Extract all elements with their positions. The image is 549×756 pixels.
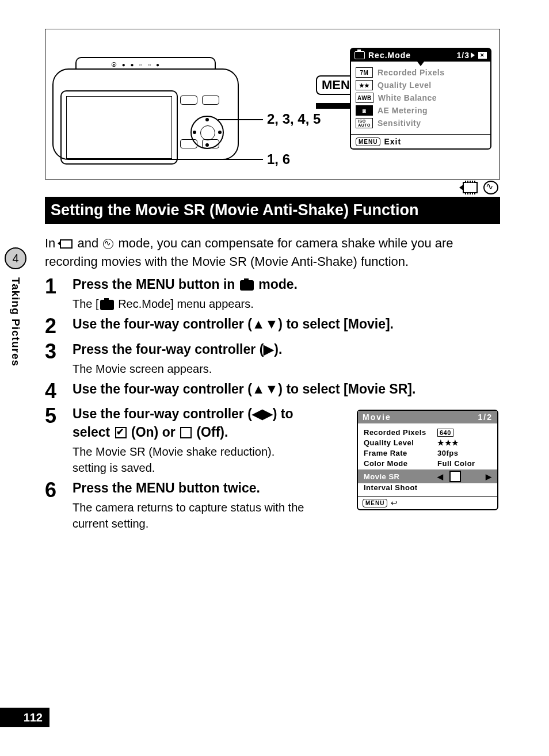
checkbox-on-icon (115, 427, 127, 438)
menu-button-label: MENU (356, 138, 380, 146)
menu-item: Quality Level (378, 81, 432, 90)
movie-settings-menu: Movie 1/2 Recorded Pixels640 Quality Lev… (357, 410, 498, 510)
exit-label: Exit (384, 137, 401, 146)
menu-button-label: MENU (363, 499, 387, 507)
step-4: 4 Use the four-way controller (▲▼) to se… (45, 380, 500, 402)
chapter-title: Taking Pictures (9, 277, 22, 366)
movie-menu-page: 1/2 (478, 413, 493, 422)
menu-item: AE Metering (378, 106, 428, 115)
return-icon: ↩ (391, 498, 398, 507)
anti-shake-mode-icon (103, 239, 113, 249)
chevron-right-icon (471, 52, 475, 58)
chevron-down-icon (417, 62, 424, 66)
page-number: 112 (0, 708, 49, 727)
tools-tab-icon: ✕ (478, 52, 487, 59)
camera-icon (354, 51, 365, 59)
movie-mode-icon (60, 239, 73, 249)
step-1: 1 Press the MENU button in mode. The [ R… (45, 276, 500, 312)
chevron-left-icon: ◀ (437, 472, 444, 481)
anti-shake-mode-icon (483, 181, 498, 194)
rec-mode-title: Rec.Mode (368, 51, 411, 60)
chevron-right-icon: ▶ (486, 472, 492, 481)
menu-item: Recorded Pixels (378, 68, 444, 77)
capture-mode-icon (240, 280, 254, 291)
intro-paragraph: In and mode, you can compensate for came… (45, 234, 500, 271)
rec-mode-page: 1/3 (457, 51, 470, 60)
callout-steps-dial: 2, 3, 4, 5 (267, 111, 321, 127)
section-heading: Setting the Movie SR (Movie Anti-Shake) … (45, 197, 500, 224)
callout-steps-menu-btn: 1, 6 (267, 151, 290, 167)
rec-mode-menu: Rec.Mode 1/3 ✕ 7MRecorded Pixels ★★Quali… (350, 48, 491, 150)
capture-mode-icon (100, 300, 114, 310)
checkbox-on-icon (449, 471, 461, 482)
menu-item: White Balance (378, 93, 437, 102)
top-illustration-box: ⦿ ● ● ○ ○ ● 2, 3, 4, 5 1, 6 MENU Rec.Mod… (45, 29, 500, 180)
checkbox-off-icon (180, 427, 192, 438)
movie-mode-icon (463, 182, 478, 193)
movie-sr-row-selected: Movie SR ◀ ▶ (358, 469, 497, 483)
menu-item: Sensitivity (378, 119, 421, 128)
chapter-sidebar: 4 Taking Pictures (0, 247, 31, 366)
step-2: 2 Use the four-way controller (▲▼) to se… (45, 315, 500, 337)
chapter-number-badge: 4 (5, 247, 26, 269)
camera-illustration: ⦿ ● ● ○ ○ ● (52, 57, 237, 158)
movie-menu-title: Movie (363, 413, 391, 422)
step-3: 3 Press the four-way controller (▶). The… (45, 341, 500, 377)
